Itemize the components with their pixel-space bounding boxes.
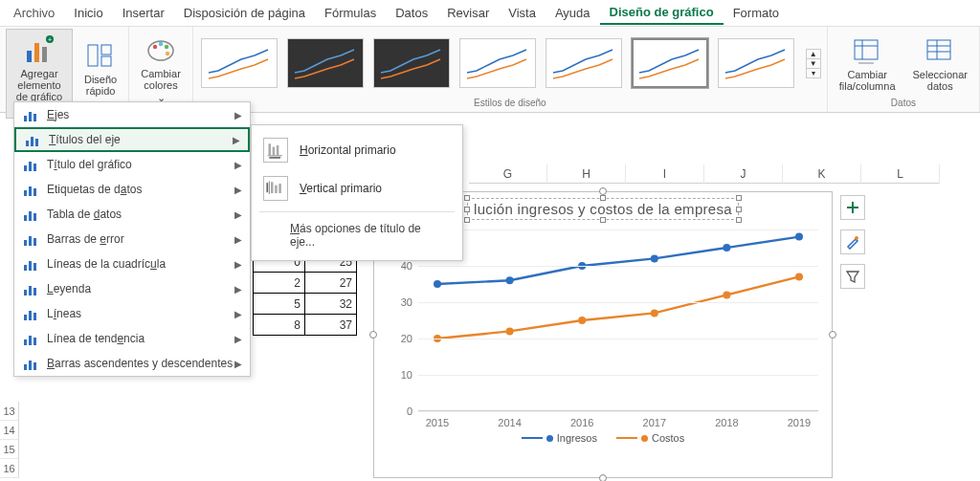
menu-disposicion[interactable]: Disposición de página bbox=[174, 2, 315, 24]
add-element-updown-bars[interactable]: Barras ascendentes y descendentes▶ bbox=[14, 351, 250, 376]
submenu-arrow-icon: ▶ bbox=[233, 135, 240, 145]
menu-revisar[interactable]: Revisar bbox=[437, 2, 499, 24]
col-header-J[interactable]: J bbox=[704, 164, 783, 184]
switch-row-column-button[interactable]: Cambiar fila/columna bbox=[834, 31, 902, 96]
svg-rect-32 bbox=[24, 215, 27, 221]
change-colors-button[interactable]: Cambiar colores ⌄ bbox=[135, 30, 187, 106]
cell[interactable]: 5 bbox=[254, 294, 305, 315]
horizontal-axis-icon bbox=[263, 138, 288, 163]
svg-point-65 bbox=[855, 236, 858, 240]
chart-legend[interactable]: Ingresos Costos bbox=[374, 432, 832, 444]
series-Costos[interactable] bbox=[437, 276, 799, 339]
menu-vista[interactable]: Vista bbox=[499, 2, 546, 24]
menu-item-label: Tabla de datos bbox=[47, 208, 234, 221]
svg-rect-51 bbox=[29, 361, 32, 370]
menu-datos[interactable]: Datos bbox=[386, 2, 437, 24]
chart-styles-button[interactable] bbox=[840, 230, 865, 254]
data-point[interactable] bbox=[795, 233, 803, 241]
svg-rect-40 bbox=[33, 263, 36, 271]
chart-styles-gallery[interactable]: ▲ ▼ ▾ bbox=[199, 29, 821, 98]
x-tick-label: 2017 bbox=[626, 417, 683, 428]
svg-rect-59 bbox=[275, 186, 278, 193]
add-element-gridlines[interactable]: Líneas de la cuadrícula▶ bbox=[14, 251, 250, 276]
svg-rect-30 bbox=[29, 186, 32, 196]
chart-elements-button[interactable] bbox=[840, 195, 865, 220]
add-element-legend[interactable]: Leyenda▶ bbox=[14, 276, 250, 301]
svg-rect-31 bbox=[33, 188, 36, 196]
data-point[interactable] bbox=[795, 273, 803, 280]
add-element-axis-titles[interactable]: Títulos del eje▶ bbox=[14, 127, 250, 152]
submenu-arrow-icon: ▶ bbox=[234, 309, 242, 319]
chart-style-1[interactable] bbox=[201, 38, 278, 88]
chart-plot-area[interactable]: 01020304050201520142016201720182019 bbox=[418, 230, 818, 411]
cell[interactable]: 2 bbox=[254, 273, 305, 294]
chart-style-7[interactable] bbox=[718, 38, 794, 88]
select-data-button[interactable]: Seleccionar datos bbox=[907, 31, 973, 96]
data-point[interactable] bbox=[434, 280, 441, 288]
data-point[interactable] bbox=[506, 327, 514, 335]
cell[interactable]: 32 bbox=[305, 294, 357, 315]
switch-rc-icon bbox=[851, 34, 883, 67]
svg-rect-7 bbox=[101, 56, 111, 66]
select-data-label: Seleccionar datos bbox=[913, 69, 968, 92]
series-Ingresos[interactable] bbox=[437, 237, 799, 284]
axis-title-horizontal-primary[interactable]: Horizontal primario bbox=[252, 131, 462, 169]
trendline-icon bbox=[22, 330, 39, 347]
row-header-14[interactable]: 14 bbox=[0, 421, 19, 440]
col-header-G[interactable]: G bbox=[469, 164, 547, 184]
axis-title-vertical-primary[interactable]: Vertical primario bbox=[252, 169, 462, 208]
submenu-arrow-icon: ▶ bbox=[234, 185, 242, 195]
submenu-arrow-icon: ▶ bbox=[234, 209, 242, 220]
gallery-scroll-down[interactable]: ▼ bbox=[807, 58, 820, 68]
menu-insertar[interactable]: Insertar bbox=[113, 2, 174, 24]
chart-style-5[interactable] bbox=[546, 38, 622, 88]
cell[interactable]: 8 bbox=[254, 315, 305, 336]
svg-point-12 bbox=[166, 52, 169, 55]
chart-style-6[interactable] bbox=[632, 38, 708, 88]
menu-inicio[interactable]: Inicio bbox=[64, 2, 112, 24]
row-header-13[interactable]: 13 bbox=[0, 402, 19, 421]
add-element-data-table[interactable]: Tabla de datos▶ bbox=[14, 202, 250, 227]
chart-resize-handle-e[interactable] bbox=[829, 331, 836, 339]
add-element-data-labels[interactable]: Etiquetas de datos▶ bbox=[14, 177, 250, 202]
menu-diseno-grafico[interactable]: Diseño de gráfico bbox=[600, 1, 724, 25]
menu-formato[interactable]: Formato bbox=[724, 2, 789, 24]
add-element-error-bars[interactable]: Barras de error▶ bbox=[14, 227, 250, 251]
data-point[interactable] bbox=[723, 291, 730, 298]
menu-ayuda[interactable]: Ayuda bbox=[546, 2, 600, 24]
chart-resize-handle-n[interactable] bbox=[599, 187, 607, 195]
row-header-15[interactable]: 15 bbox=[0, 440, 19, 459]
more-axis-title-options[interactable]: Más opciones de título de eje... bbox=[252, 216, 462, 254]
chart-filters-button[interactable] bbox=[840, 264, 865, 289]
gallery-expand[interactable]: ▾ bbox=[807, 68, 820, 77]
add-element-lines[interactable]: Líneas▶ bbox=[14, 301, 250, 326]
data-point[interactable] bbox=[723, 244, 730, 251]
cell[interactable]: 37 bbox=[305, 315, 357, 336]
svg-rect-47 bbox=[24, 339, 27, 345]
switch-rc-label: Cambiar fila/columna bbox=[839, 69, 896, 92]
chart-resize-handle-s[interactable] bbox=[599, 474, 607, 481]
chart-resize-handle-w[interactable] bbox=[369, 331, 377, 339]
col-header-L[interactable]: L bbox=[861, 164, 940, 184]
add-element-axes[interactable]: Ejes▶ bbox=[14, 102, 250, 127]
lines-icon bbox=[22, 305, 39, 322]
data-point[interactable] bbox=[651, 254, 658, 262]
col-header-H[interactable]: H bbox=[547, 164, 626, 184]
add-element-chart-title[interactable]: Título del gráfico▶ bbox=[14, 152, 250, 177]
add-element-trendline[interactable]: Línea de tendencia▶ bbox=[14, 326, 250, 351]
menu-file[interactable]: Archivo bbox=[4, 2, 64, 24]
data-point[interactable] bbox=[506, 276, 514, 284]
data-point[interactable] bbox=[578, 317, 586, 324]
row-header-16[interactable]: 16 bbox=[0, 459, 19, 478]
chart-style-4[interactable] bbox=[459, 38, 536, 88]
col-header-K[interactable]: K bbox=[783, 164, 861, 184]
chart-style-3[interactable] bbox=[373, 38, 450, 88]
submenu-arrow-icon: ▶ bbox=[234, 110, 242, 120]
svg-rect-27 bbox=[29, 162, 32, 171]
gallery-scroll-up[interactable]: ▲ bbox=[807, 50, 820, 58]
col-header-I[interactable]: I bbox=[626, 164, 704, 184]
chart-style-2[interactable] bbox=[287, 38, 364, 88]
menu-formulas[interactable]: Fórmulas bbox=[315, 2, 386, 24]
data-point[interactable] bbox=[651, 309, 658, 317]
cell[interactable]: 27 bbox=[305, 273, 357, 294]
